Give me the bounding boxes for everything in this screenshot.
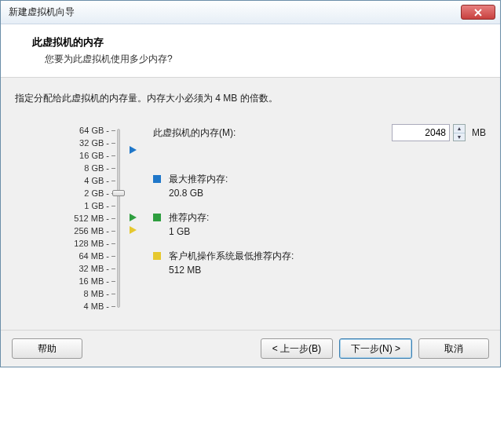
wizard-window: 新建虚拟机向导 此虚拟机的内存 您要为此虚拟机使用多少内存? 指定分配给此虚拟机… [0,0,501,367]
next-button[interactable]: 下一步(N) > [339,338,412,359]
scale-tick-label: 4 MB - [15,300,109,312]
scale-tick-label: 8 MB - [15,287,109,300]
spinner-up-icon[interactable]: ▲ [454,125,465,133]
slider-track [117,129,120,308]
scale-tick-label: 16 MB - [15,275,109,287]
back-button[interactable]: < 上一步(B) [261,338,333,359]
min-square-icon [153,252,161,260]
recommended: 推荐内存: 1 GB [153,211,486,239]
memory-unit: MB [472,127,486,138]
max-recommendation: 最大推荐内存: 20.8 GB [153,173,486,200]
scale-tick-label: 64 MB - [15,250,109,262]
min-marker-icon [130,226,137,234]
scale-tick-label: 64 GB - [15,124,109,137]
cancel-button[interactable]: 取消 [418,338,489,359]
scale-tick-label: 8 GB - [15,162,109,174]
info-column: 此虚拟机的内存(M): ▲ ▼ MB 最大推荐内存: 20.8 GB [144,124,486,312]
memory-input-wrap: ▲ ▼ MB [392,124,486,141]
marker-column [128,124,144,312]
memory-input[interactable] [392,124,450,141]
scale-tick-label: 4 GB - [15,174,109,187]
scale-tick-label: 2 GB - [15,187,109,199]
scale-tick-label: 32 MB - [15,262,109,275]
titlebar: 新建虚拟机向导 [1,1,500,24]
scale-tick-label: 512 MB - [15,212,109,225]
scale-tick-label: 16 GB - [15,149,109,162]
max-rec-label: 最大推荐内存: [169,173,228,186]
slider-thumb[interactable] [112,190,125,196]
close-icon [474,9,482,16]
memory-input-row: 此虚拟机的内存(M): ▲ ▼ MB [153,124,486,141]
scale-tick-label: 256 MB - [15,225,109,237]
window-title: 新建虚拟机向导 [9,5,75,19]
scale-labels-column: 64 GB -32 GB -16 GB -8 GB -4 GB -2 GB -1… [15,124,109,312]
min-rec-label: 客户机操作系统最低推荐内存: [169,250,294,263]
max-square-icon [153,175,161,183]
memory-slider[interactable] [109,124,128,312]
scale-tick-label: 128 MB - [15,237,109,250]
memory-area: 64 GB -32 GB -16 GB -8 GB -4 GB -2 GB -1… [15,124,486,312]
rec-marker-icon [130,214,137,221]
scale-tick-label: 32 GB - [15,137,109,149]
header-subtitle: 您要为此虚拟机使用多少内存? [32,53,484,66]
min-recommendation: 客户机操作系统最低推荐内存: 512 MB [153,250,486,277]
rec-label: 推荐内存: [169,211,209,225]
help-button[interactable]: 帮助 [12,338,82,359]
header-title: 此虚拟机的内存 [32,35,484,49]
min-rec-value: 512 MB [169,264,294,277]
max-marker-icon [130,146,137,154]
rec-square-icon [153,214,161,221]
scale-tick-label: 1 GB - [15,199,109,212]
memory-spinner[interactable]: ▲ ▼ [453,124,466,141]
spinner-down-icon[interactable]: ▼ [454,133,465,141]
rec-value: 1 GB [169,225,209,239]
max-rec-value: 20.8 GB [169,187,228,200]
content: 指定分配给此虚拟机的内存量。内存大小必须为 4 MB 的倍数。 64 GB -3… [1,78,500,330]
close-button[interactable] [461,5,495,20]
memory-label: 此虚拟机的内存(M): [153,126,392,140]
header: 此虚拟机的内存 您要为此虚拟机使用多少内存? [1,24,500,78]
footer: 帮助 < 上一步(B) 下一步(N) > 取消 [1,330,500,367]
instruction-text: 指定分配给此虚拟机的内存量。内存大小必须为 4 MB 的倍数。 [15,92,486,105]
